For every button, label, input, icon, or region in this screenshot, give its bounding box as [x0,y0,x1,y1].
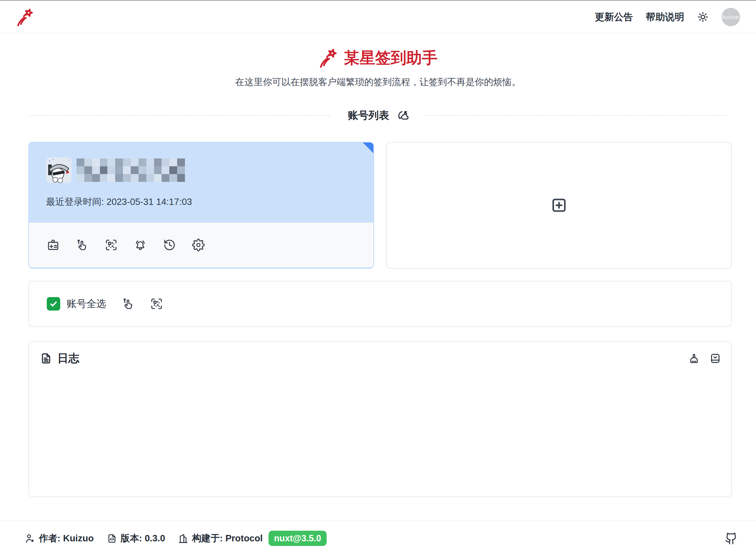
settings-gear-icon[interactable] [192,239,205,251]
theme-sun-icon[interactable] [697,11,709,23]
user-avatar[interactable]: kuizuo [722,8,740,26]
footer-author-text: 作者: Kuizuo [39,532,94,545]
page-footer: 作者: Kuizuo 版本: 0.3.0 构建于: Protocol nuxt@… [0,520,756,546]
nuxt-version-badge: nuxt@3.5.0 [269,531,327,546]
brush-clear-icon[interactable] [688,352,700,364]
select-all-checkbox[interactable] [47,297,60,311]
select-all-bar: 账号全选 [28,281,732,327]
box-collapse-icon[interactable] [709,352,721,364]
nav-link-help[interactable]: 帮助说明 [646,11,684,23]
add-account-card[interactable] [386,142,732,269]
title-shooting-star-icon [318,48,338,68]
last-login-time: 最近登录时间: 2023-05-31 14:17:03 [46,196,356,208]
navbar: 更新公告 帮助说明 kuizuo [0,1,756,33]
footer-author: 作者: Kuizuo [25,532,94,545]
batch-actions [122,297,163,310]
github-icon[interactable] [725,532,738,545]
app-logo-shooting-star-icon[interactable] [16,8,34,26]
nav-link-update-announcement[interactable]: 更新公告 [595,11,633,23]
hero: 某星签到助手 在这里你可以在摆脱客户端繁琐的签到流程，让签到不再是你的烦恼。 [0,48,756,88]
footer-version: 版本: 0.3.0 [107,532,165,545]
censored-account-name [77,158,185,182]
file-code-icon [107,533,117,544]
bell-ring-icon[interactable] [134,239,147,251]
account-card[interactable]: 最近登录时间: 2023-05-31 14:17:03 [28,142,374,269]
user-avatar-label: kuizuo [723,14,739,20]
log-title: 日志 [57,351,79,366]
hand-click-icon[interactable] [122,297,135,310]
selected-corner-marker [363,143,373,153]
id-card-add-icon[interactable] [47,239,60,251]
page-subtitle: 在这里你可以在摆脱客户端繁琐的签到流程，让签到不再是你的烦恼。 [0,76,756,88]
qr-scan-icon[interactable] [150,297,163,310]
plus-square-icon [551,197,568,214]
account-card-actions [29,223,373,267]
account-avatar-image [46,157,72,183]
footer-build: 构建于: Protocol nuxt@3.5.0 [178,531,327,546]
account-section-title: 账号列表 [348,108,389,123]
building-icon [178,533,188,544]
qr-scan-icon[interactable] [105,239,118,251]
hand-click-icon[interactable] [76,239,89,251]
check-icon [49,299,58,308]
account-card-grid: 最近登录时间: 2023-05-31 14:17:03 [28,142,732,269]
file-text-icon [40,352,52,365]
history-icon[interactable] [163,239,176,251]
cloud-sync-icon[interactable] [397,110,409,122]
account-section-divider: 账号列表 [28,109,728,122]
footer-version-text: 版本: 0.3.0 [121,532,165,545]
page-title: 某星签到助手 [344,48,438,68]
select-all-label[interactable]: 账号全选 [67,297,106,311]
footer-build-text: 构建于: Protocol [192,532,263,545]
log-panel: 日志 [28,341,732,497]
user-star-icon [25,533,35,544]
